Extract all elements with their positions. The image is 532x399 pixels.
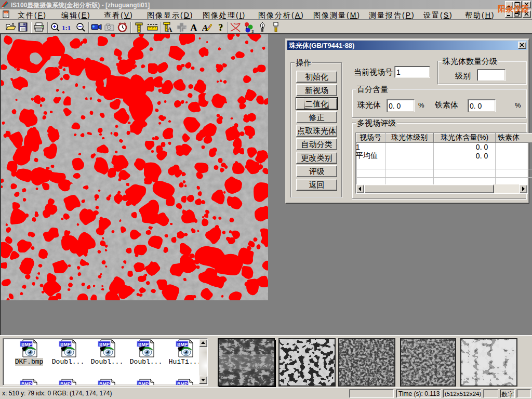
svg-text:3: 3: [251, 29, 254, 33]
svg-text:BMP: BMP: [138, 381, 149, 386]
svg-text:BMP: BMP: [21, 342, 32, 347]
svg-text:BMP: BMP: [60, 342, 71, 347]
svg-text:BMP: BMP: [99, 381, 110, 386]
svg-text:BMP: BMP: [99, 342, 110, 347]
svg-text:BMP: BMP: [177, 381, 188, 386]
svg-text:BMP: BMP: [138, 342, 149, 347]
svg-text:A: A: [167, 25, 172, 33]
svg-text:A: A: [202, 23, 208, 33]
svg-text:BMP: BMP: [177, 342, 188, 347]
svg-text:1: 1: [245, 25, 248, 30]
svg-text:BMP: BMP: [60, 381, 71, 386]
svg-text:BMP: BMP: [21, 381, 32, 386]
